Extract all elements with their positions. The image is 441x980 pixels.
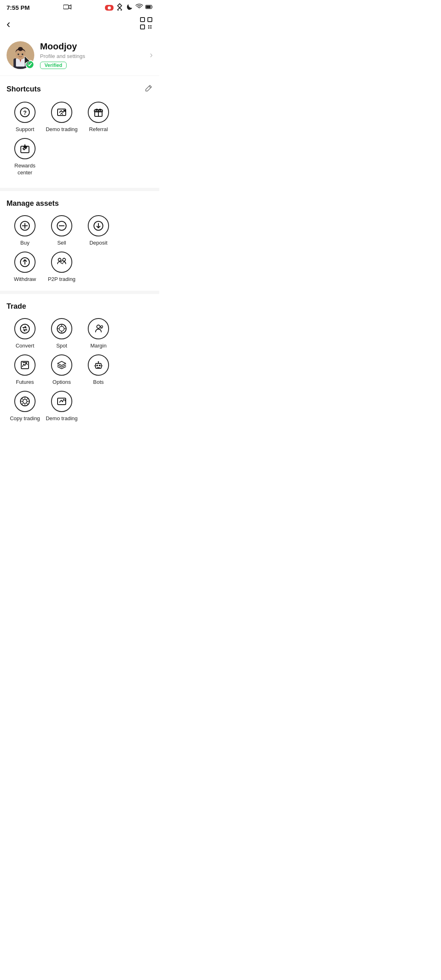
rewards-center-label: Rewards center [7, 163, 43, 176]
top-nav: ‹ [0, 13, 159, 36]
scan-icon[interactable] [140, 17, 153, 31]
trade-margin[interactable]: Margin [80, 318, 117, 350]
margin-icon [88, 318, 109, 339]
verified-badge [25, 60, 34, 69]
convert-label: Convert [16, 343, 34, 350]
svg-point-39 [96, 365, 98, 366]
trade-copy-trading[interactable]: Copy trading [7, 391, 43, 422]
spot-icon [51, 318, 72, 339]
moon-icon [126, 3, 133, 12]
svg-text:?: ? [23, 109, 27, 116]
manage-sell[interactable]: Sell [43, 215, 80, 247]
buy-label: Buy [20, 240, 29, 247]
bluetooth-icon [116, 3, 123, 12]
shortcuts-header: Shortcuts [7, 84, 153, 94]
manage-assets-header: Manage assets [7, 199, 153, 208]
p2p-trading-icon [51, 252, 72, 273]
svg-point-41 [98, 361, 99, 363]
svg-rect-8 [148, 27, 149, 29]
profile-name: Moodjoy [40, 41, 144, 52]
shortcut-referral[interactable]: Referral [80, 102, 117, 133]
svg-point-16 [22, 53, 23, 55]
svg-rect-2 [146, 6, 151, 9]
shortcuts-title: Shortcuts [7, 85, 41, 94]
trade-bots[interactable]: Bots [80, 354, 117, 386]
svg-point-15 [18, 53, 19, 55]
svg-rect-7 [150, 25, 151, 27]
avatar [7, 41, 34, 69]
p2p-trading-label: P2P trading [48, 276, 76, 283]
options-label: Options [53, 379, 71, 386]
verified-tag: Verified [40, 62, 67, 69]
copy-trading-icon [14, 391, 36, 412]
shortcut-demo-trading[interactable]: Demo trading [43, 102, 80, 133]
shortcut-support[interactable]: ? Support [7, 102, 43, 133]
bots-icon [88, 354, 109, 376]
svg-point-34 [97, 325, 100, 328]
profile-subtitle: Profile and settings [40, 53, 144, 59]
trade-grid: Convert Spot [7, 318, 153, 430]
trade-spot[interactable]: Spot [43, 318, 80, 350]
copy-trading-label: Copy trading [10, 415, 40, 422]
deposit-label: Deposit [89, 240, 107, 247]
demo-trading-icon-circle [51, 102, 72, 123]
status-bar: 7:55 PM ⏺ [0, 0, 159, 13]
referral-label: Referral [89, 126, 108, 133]
svg-rect-37 [22, 362, 27, 363]
manage-assets-title: Manage assets [7, 199, 59, 208]
svg-rect-0 [63, 5, 69, 9]
manage-p2p-trading[interactable]: P2P trading [43, 252, 80, 283]
trade-options[interactable]: Options [43, 354, 80, 386]
options-icon [51, 354, 72, 376]
margin-label: Margin [90, 343, 107, 350]
camera-icon [63, 4, 71, 11]
buy-icon [14, 215, 36, 236]
svg-rect-6 [148, 25, 149, 27]
svg-point-30 [20, 324, 29, 333]
svg-rect-4 [148, 18, 152, 22]
trade-convert[interactable]: Convert [7, 318, 43, 350]
profile-arrow[interactable]: › [150, 50, 153, 60]
trade-section: Trade Convert Spot [0, 294, 159, 434]
wifi-icon [136, 3, 143, 12]
bots-label: Bots [93, 379, 104, 386]
convert-icon [14, 318, 36, 339]
svg-point-40 [99, 365, 100, 366]
shortcuts-edit-icon[interactable] [145, 84, 153, 94]
svg-point-35 [101, 326, 103, 328]
support-label: Support [16, 126, 34, 133]
shortcuts-grid: ? Support Demo trading [7, 102, 153, 185]
svg-point-31 [24, 327, 26, 330]
manage-withdraw[interactable]: Withdraw [7, 252, 43, 283]
profile-section[interactable]: Moodjoy Profile and settings Verified › [0, 36, 159, 76]
sell-label: Sell [57, 240, 66, 247]
trade-demo-trading[interactable]: Demo trading [43, 391, 80, 422]
manage-buy[interactable]: Buy [7, 215, 43, 247]
svg-rect-3 [140, 18, 145, 22]
status-icons: ⏺ [105, 3, 153, 12]
referral-icon-circle [88, 102, 109, 123]
manage-deposit[interactable]: Deposit [80, 215, 117, 247]
trade-demo-trading-icon [51, 391, 72, 412]
spot-label: Spot [56, 343, 67, 350]
trade-header: Trade [7, 302, 153, 311]
manage-assets-grid: Buy Sell Deposit [7, 215, 153, 288]
profile-info: Moodjoy Profile and settings Verified [40, 41, 144, 69]
trade-demo-trading-label: Demo trading [46, 415, 78, 422]
demo-trading-label: Demo trading [46, 126, 78, 133]
trade-title: Trade [7, 302, 26, 311]
manage-assets-section: Manage assets Buy Sell [0, 191, 159, 294]
svg-rect-5 [140, 25, 145, 29]
futures-icon [14, 354, 36, 376]
back-button[interactable]: ‹ [7, 18, 10, 30]
shortcuts-section: Shortcuts ? Support [0, 76, 159, 191]
svg-point-33 [59, 326, 64, 331]
svg-rect-9 [150, 27, 151, 29]
trade-futures[interactable]: Futures [7, 354, 43, 386]
rewards-center-icon-circle [14, 138, 36, 159]
status-time: 7:55 PM [7, 4, 30, 11]
support-icon-circle: ? [14, 102, 36, 123]
futures-label: Futures [16, 379, 34, 386]
battery-icon [145, 3, 153, 12]
shortcut-rewards-center[interactable]: Rewards center [7, 138, 43, 176]
